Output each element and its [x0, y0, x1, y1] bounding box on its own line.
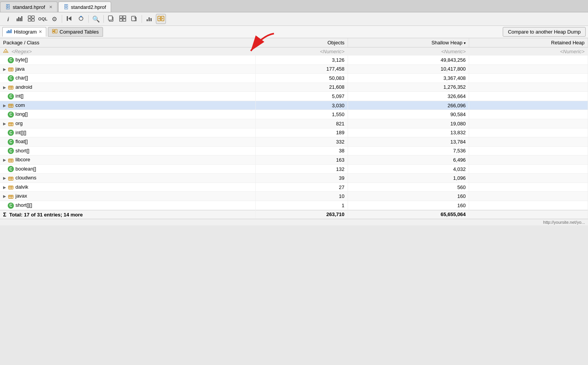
package-icon: [8, 84, 14, 90]
search-button[interactable]: 🔍: [91, 14, 101, 24]
copy-button[interactable]: [106, 14, 116, 24]
row-class-name: java: [15, 66, 25, 72]
cell-class-name: Cshort[]: [0, 146, 255, 155]
table-row[interactable]: ▶libcore1636,496: [0, 155, 588, 165]
col-objects: Objects: [255, 38, 348, 47]
subtab-compared-label: Compared Tables: [59, 29, 99, 35]
table-row[interactable]: ▶android21,6081,276,352: [0, 83, 588, 92]
table-row[interactable]: Cboolean[]1324,032: [0, 164, 588, 174]
svg-rect-59: [8, 186, 13, 189]
table-row[interactable]: Cchar[]50,0833,367,408: [0, 74, 588, 83]
info-button[interactable]: i: [3, 14, 13, 24]
cell-class-name: Cint[][]: [0, 128, 255, 137]
table-row[interactable]: Cfloat[]33213,784: [0, 137, 588, 147]
expand-icon[interactable]: ▶: [3, 158, 8, 162]
cell-class-name: ▶javax: [0, 192, 255, 201]
tabs-bar: 🗄 standard.hprof ✕ 🗄 standard2.hprof: [0, 0, 588, 12]
table-row[interactable]: Cint[]5,097326,664: [0, 92, 588, 101]
cell-objects: 132: [255, 164, 348, 174]
row-class-name: libcore: [15, 157, 30, 162]
table-container: Package / Class Objects Shallow Heap ▾ R…: [0, 38, 588, 219]
tab-close-icon[interactable]: ✕: [49, 5, 52, 10]
svg-rect-31: [55, 29, 57, 33]
cell-objects: 38: [255, 146, 348, 155]
cell-class-name: Cshort[][]: [0, 201, 255, 210]
expand-icon[interactable]: ▶: [3, 194, 8, 198]
package-icon: [8, 157, 14, 163]
col-shallow[interactable]: Shallow Heap ▾: [348, 38, 469, 47]
svg-rect-20: [147, 19, 148, 21]
svg-rect-27: [8, 30, 9, 33]
expand-icon[interactable]: ▶: [3, 67, 8, 71]
table-row[interactable]: ▶javax10160: [0, 192, 588, 201]
table-row[interactable]: Cshort[][]1160: [0, 201, 588, 210]
info-icon: i: [7, 16, 9, 22]
package-icon: [8, 184, 14, 190]
table-row[interactable]: Cshort[]387,536: [0, 146, 588, 155]
tab-standard-hprof[interactable]: 🗄 standard.hprof ✕: [0, 2, 57, 12]
cell-retained: [469, 128, 588, 137]
cell-retained: [469, 174, 588, 183]
package-icon: [8, 175, 14, 181]
expand-icon[interactable]: ▶: [3, 122, 8, 126]
cell-shallow: 7,536: [348, 146, 469, 155]
tab-standard2-hprof[interactable]: 🗄 standard2.hprof: [58, 2, 111, 12]
cell-shallow: 1,096: [348, 174, 469, 183]
table-row[interactable]: ▶cloudwns391,096: [0, 174, 588, 183]
cell-shallow: 160: [348, 201, 469, 210]
subtab-histogram[interactable]: Histogram ✕: [2, 27, 46, 37]
table-row[interactable]: Cbyte[]3,12649,843,256: [0, 56, 588, 64]
expand-icon[interactable]: ▶: [3, 103, 8, 108]
cell-objects: 3,030: [255, 101, 348, 110]
table-row[interactable]: ▶org82119,080: [0, 119, 588, 128]
cell-objects: 50,083: [255, 74, 348, 83]
expand-icon[interactable]: ▶: [3, 85, 8, 90]
row-class-name: char[]: [15, 75, 28, 81]
cell-retained: [469, 201, 588, 210]
oql-button[interactable]: OQL: [38, 14, 48, 24]
subtab-compared-tables[interactable]: Compared Tables: [48, 27, 103, 37]
compare-tables-button[interactable]: [156, 14, 166, 24]
svg-rect-8: [32, 19, 34, 21]
svg-rect-39: [8, 86, 13, 89]
bar-chart-icon: [146, 15, 153, 23]
subtab-histogram-close[interactable]: ✕: [39, 29, 42, 34]
table-row[interactable]: ▶java177,45810,417,800: [0, 64, 588, 74]
table-row[interactable]: Cint[][]18913,832: [0, 128, 588, 137]
cell-class-name: ▶java: [0, 64, 255, 74]
footer-shallow: 65,655,064: [348, 210, 469, 219]
class-icon: C: [8, 203, 14, 209]
settings-button[interactable]: ⚙: [49, 14, 59, 24]
expand-icon[interactable]: ▶: [3, 185, 8, 189]
histogram-button[interactable]: [15, 14, 25, 24]
table-row[interactable]: ▶dalvik27560: [0, 182, 588, 192]
svg-rect-6: [32, 16, 34, 18]
class-icon: C: [8, 148, 14, 154]
svg-rect-3: [20, 18, 21, 21]
svg-rect-17: [120, 19, 122, 21]
class-icon: C: [8, 57, 14, 63]
svg-rect-5: [28, 16, 31, 18]
histogram-icon: [16, 15, 23, 23]
bar-chart-button[interactable]: [144, 14, 154, 24]
db-icon: 🗄: [5, 4, 10, 10]
export-button[interactable]: [129, 14, 139, 24]
compare-heap-dump-button[interactable]: Compare to another Heap Dump: [503, 27, 586, 37]
table-row[interactable]: Clong[]1,55090,584: [0, 110, 588, 119]
cell-objects: 27: [255, 182, 348, 192]
class-explorer-button[interactable]: [26, 14, 36, 24]
db-icon-2: 🗄: [63, 4, 69, 10]
table-row[interactable]: ▶com3,030266,096: [0, 101, 588, 110]
cell-retained: [469, 64, 588, 74]
svg-rect-21: [149, 17, 150, 21]
cell-retained: [469, 182, 588, 192]
cell-class-name: Cint[]: [0, 92, 255, 101]
grid-button[interactable]: [118, 14, 128, 24]
sigma-icon: Σ: [3, 211, 6, 218]
refresh-button[interactable]: [76, 14, 86, 24]
svg-rect-63: [8, 195, 13, 198]
regex-icon: ➜: [3, 49, 8, 54]
expand-icon[interactable]: ▶: [3, 176, 8, 180]
navigate-back-button[interactable]: [64, 14, 74, 24]
refresh-icon: [78, 15, 84, 23]
